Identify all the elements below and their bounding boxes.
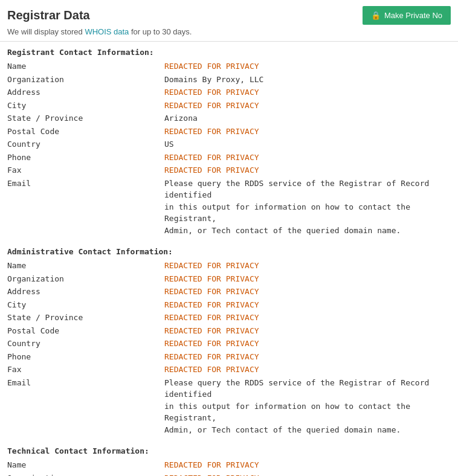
table-row: PhoneREDACTED FOR PRIVACY bbox=[7, 152, 451, 164]
field-value: REDACTED FOR PRIVACY bbox=[164, 459, 451, 471]
page-title: Registrar Data bbox=[7, 8, 90, 22]
technical-section: Technical Contact Information: NameREDAC… bbox=[7, 446, 451, 476]
field-label: Name bbox=[7, 60, 164, 72]
field-label: Fax bbox=[7, 164, 164, 176]
field-label: Email bbox=[7, 377, 164, 436]
table-row: NameREDACTED FOR PRIVACY bbox=[7, 459, 451, 471]
field-value: REDACTED FOR PRIVACY bbox=[164, 472, 451, 477]
field-value: Domains By Proxy, LLC bbox=[164, 74, 451, 86]
field-value: REDACTED FOR PRIVACY bbox=[164, 60, 451, 72]
administrative-section-title: Administrative Contact Information: bbox=[7, 247, 451, 256]
header: Registrar Data 🔒 Make Private No We will… bbox=[0, 0, 458, 41]
field-label: Address bbox=[7, 286, 164, 298]
field-label: Address bbox=[7, 86, 164, 98]
field-label: Email bbox=[7, 178, 164, 237]
field-value: Please query the RDDS service of the Reg… bbox=[164, 377, 442, 436]
table-row: AddressREDACTED FOR PRIVACY bbox=[7, 286, 451, 298]
field-value: REDACTED FOR PRIVACY bbox=[164, 338, 451, 350]
table-row: CityREDACTED FOR PRIVACY bbox=[7, 100, 451, 112]
table-row: FaxREDACTED FOR PRIVACY bbox=[7, 164, 451, 176]
field-value: Arizona bbox=[164, 112, 451, 124]
table-row: Postal CodeREDACTED FOR PRIVACY bbox=[7, 126, 451, 138]
table-row: OrganizationREDACTED FOR PRIVACY bbox=[7, 472, 451, 477]
field-value: REDACTED FOR PRIVACY bbox=[164, 325, 451, 337]
table-row: FaxREDACTED FOR PRIVACY bbox=[7, 364, 451, 376]
registrant-section-title: Registrant Contact Information: bbox=[7, 48, 451, 57]
field-value: REDACTED FOR PRIVACY bbox=[164, 299, 451, 311]
table-row: State / ProvinceArizona bbox=[7, 112, 451, 124]
field-label: Phone bbox=[7, 351, 164, 363]
registrant-section: Registrant Contact Information: NameREDA… bbox=[7, 48, 451, 236]
field-value: REDACTED FOR PRIVACY bbox=[164, 312, 451, 324]
whois-link[interactable]: WHOIS data bbox=[85, 27, 129, 36]
table-row: CountryREDACTED FOR PRIVACY bbox=[7, 338, 451, 350]
field-label: Phone bbox=[7, 152, 164, 164]
table-row: NameREDACTED FOR PRIVACY bbox=[7, 260, 451, 272]
field-label: Country bbox=[7, 338, 164, 350]
technical-section-title: Technical Contact Information: bbox=[7, 446, 451, 455]
field-value: Please query the RDDS service of the Reg… bbox=[164, 178, 442, 237]
field-label: State / Province bbox=[7, 312, 164, 324]
field-value: REDACTED FOR PRIVACY bbox=[164, 351, 451, 363]
field-value: REDACTED FOR PRIVACY bbox=[164, 364, 451, 376]
field-label: Country bbox=[7, 138, 164, 150]
field-value: REDACTED FOR PRIVACY bbox=[164, 86, 451, 98]
field-value: REDACTED FOR PRIVACY bbox=[164, 286, 451, 298]
field-label: Name bbox=[7, 459, 164, 471]
field-value: REDACTED FOR PRIVACY bbox=[164, 100, 451, 112]
field-value: REDACTED FOR PRIVACY bbox=[164, 164, 451, 176]
table-row: State / ProvinceREDACTED FOR PRIVACY bbox=[7, 312, 451, 324]
field-value: REDACTED FOR PRIVACY bbox=[164, 273, 451, 285]
field-label: Postal Code bbox=[7, 126, 164, 138]
make-private-button[interactable]: 🔒 Make Private No bbox=[363, 6, 451, 25]
field-value: US bbox=[164, 138, 451, 150]
table-row: OrganizationREDACTED FOR PRIVACY bbox=[7, 273, 451, 285]
field-label: Fax bbox=[7, 364, 164, 376]
table-row: NameREDACTED FOR PRIVACY bbox=[7, 60, 451, 72]
table-row: EmailPlease query the RDDS service of th… bbox=[7, 178, 451, 237]
field-value: REDACTED FOR PRIVACY bbox=[164, 126, 451, 138]
field-label: Organization bbox=[7, 472, 164, 477]
table-row: EmailPlease query the RDDS service of th… bbox=[7, 377, 451, 436]
field-value: REDACTED FOR PRIVACY bbox=[164, 152, 451, 164]
subtitle: We will display stored WHOIS data for up… bbox=[0, 27, 458, 41]
table-row: PhoneREDACTED FOR PRIVACY bbox=[7, 351, 451, 363]
field-label: City bbox=[7, 100, 164, 112]
field-label: Name bbox=[7, 260, 164, 272]
field-label: Organization bbox=[7, 273, 164, 285]
table-row: AddressREDACTED FOR PRIVACY bbox=[7, 86, 451, 98]
field-label: City bbox=[7, 299, 164, 311]
table-row: CityREDACTED FOR PRIVACY bbox=[7, 299, 451, 311]
field-label: Postal Code bbox=[7, 325, 164, 337]
main-content: Registrant Contact Information: NameREDA… bbox=[0, 42, 458, 476]
field-label: State / Province bbox=[7, 112, 164, 124]
table-row: OrganizationDomains By Proxy, LLC bbox=[7, 74, 451, 86]
administrative-section: Administrative Contact Information: Name… bbox=[7, 247, 451, 436]
table-row: CountryUS bbox=[7, 138, 451, 150]
field-value: REDACTED FOR PRIVACY bbox=[164, 260, 451, 272]
table-row: Postal CodeREDACTED FOR PRIVACY bbox=[7, 325, 451, 337]
lock-icon: 🔒 bbox=[371, 11, 381, 20]
field-label: Organization bbox=[7, 74, 164, 86]
